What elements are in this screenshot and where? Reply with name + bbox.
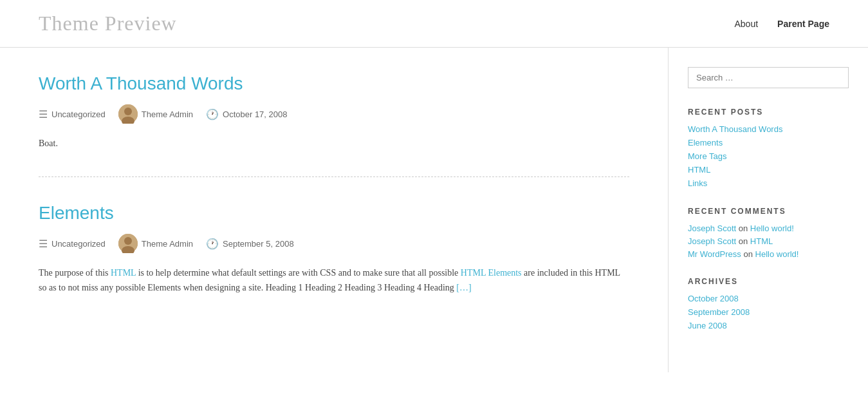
archives-heading: ARCHIVES bbox=[688, 277, 849, 286]
svg-point-4 bbox=[124, 237, 132, 245]
comment-on: on bbox=[739, 224, 750, 233]
recent-posts-heading: RECENT POSTS bbox=[688, 108, 849, 117]
search-input[interactable] bbox=[688, 67, 849, 88]
post-author: Theme Admin bbox=[118, 234, 193, 253]
post-title: Worth A Thousand Words bbox=[39, 73, 629, 94]
page-wrap: Worth A Thousand Words ☰ Uncategorized bbox=[0, 48, 868, 372]
comment-post-link[interactable]: Hello world! bbox=[755, 249, 799, 259]
post-item: Worth A Thousand Words ☰ Uncategorized bbox=[39, 73, 629, 177]
list-item: September 2008 bbox=[688, 307, 849, 318]
comment-author-link[interactable]: Joseph Scott bbox=[688, 224, 736, 233]
comment-post-link[interactable]: HTML bbox=[750, 236, 773, 246]
recent-post-link[interactable]: Worth A Thousand Words bbox=[688, 124, 782, 134]
clock-icon: 🕐 bbox=[206, 238, 219, 250]
avatar bbox=[118, 104, 138, 124]
post-category: ☰ Uncategorized bbox=[39, 108, 106, 120]
recent-posts-list: Worth A Thousand Words Elements More Tag… bbox=[688, 124, 849, 189]
list-item: Links bbox=[688, 178, 849, 189]
comment-entry: Mr WordPress on Hello world! bbox=[688, 249, 849, 259]
recent-comments-section: RECENT COMMENTS Joseph Scott on Hello wo… bbox=[688, 207, 849, 259]
clock-icon: 🕐 bbox=[206, 108, 219, 120]
list-item: Elements bbox=[688, 138, 849, 148]
author-name: Theme Admin bbox=[142, 239, 193, 249]
post-excerpt: Boat. bbox=[39, 137, 629, 151]
category-icon: ☰ bbox=[39, 238, 48, 250]
post-title-link[interactable]: Worth A Thousand Words bbox=[39, 73, 243, 93]
comment-entry: Joseph Scott on HTML bbox=[688, 236, 849, 246]
archive-link[interactable]: September 2008 bbox=[688, 307, 750, 317]
list-item: June 2008 bbox=[688, 321, 849, 331]
recent-posts-section: RECENT POSTS Worth A Thousand Words Elem… bbox=[688, 108, 849, 189]
site-nav: About Parent Page bbox=[734, 19, 829, 29]
comment-author-link[interactable]: Joseph Scott bbox=[688, 236, 736, 246]
date-label: October 17, 2008 bbox=[223, 110, 287, 119]
nav-about[interactable]: About bbox=[734, 19, 758, 29]
post-author: Theme Admin bbox=[118, 104, 193, 124]
post-excerpt: The purpose of this HTML is to help dete… bbox=[39, 266, 629, 295]
archives-list: October 2008 September 2008 June 2008 bbox=[688, 294, 849, 331]
excerpt-text: The purpose of this HTML is to help dete… bbox=[39, 268, 620, 292]
comment-post-link[interactable]: Hello world! bbox=[750, 224, 794, 233]
excerpt-html-link2[interactable]: HTML Elements bbox=[461, 268, 522, 278]
list-item: October 2008 bbox=[688, 294, 849, 304]
recent-post-link[interactable]: More Tags bbox=[688, 151, 726, 161]
list-item: More Tags bbox=[688, 151, 849, 162]
category-label: Uncategorized bbox=[51, 239, 106, 249]
post-meta: ☰ Uncategorized Theme Admin 🕐 bbox=[39, 104, 629, 124]
list-item: HTML bbox=[688, 165, 849, 175]
svg-point-1 bbox=[124, 108, 132, 115]
post-date: 🕐 September 5, 2008 bbox=[206, 238, 294, 250]
comment-on: on bbox=[743, 249, 755, 259]
recent-post-link[interactable]: HTML bbox=[688, 165, 710, 175]
comment-entry: Joseph Scott on Hello world! bbox=[688, 224, 849, 233]
archives-section: ARCHIVES October 2008 September 2008 Jun… bbox=[688, 277, 849, 331]
comment-on: on bbox=[739, 236, 750, 246]
post-title-link[interactable]: Elements bbox=[39, 203, 114, 223]
post-item: Elements ☰ Uncategorized Theme Admin bbox=[39, 203, 629, 321]
read-more-link[interactable]: […] bbox=[456, 283, 471, 292]
nav-parent-page[interactable]: Parent Page bbox=[777, 19, 829, 29]
comment-author-link[interactable]: Mr WordPress bbox=[688, 249, 741, 259]
site-title: Theme Preview bbox=[39, 12, 177, 35]
archive-link[interactable]: June 2008 bbox=[688, 321, 727, 330]
recent-post-link[interactable]: Elements bbox=[688, 138, 723, 148]
post-date: 🕐 October 17, 2008 bbox=[206, 108, 287, 120]
recent-comments-heading: RECENT COMMENTS bbox=[688, 207, 849, 216]
author-name: Theme Admin bbox=[142, 110, 193, 119]
date-label: September 5, 2008 bbox=[223, 239, 294, 249]
category-icon: ☰ bbox=[39, 108, 48, 120]
list-item: Worth A Thousand Words bbox=[688, 124, 849, 135]
recent-post-link[interactable]: Links bbox=[688, 178, 707, 188]
sidebar: RECENT POSTS Worth A Thousand Words Elem… bbox=[669, 48, 868, 372]
excerpt-html-link[interactable]: HTML bbox=[111, 268, 136, 278]
archive-link[interactable]: October 2008 bbox=[688, 294, 739, 303]
post-meta: ☰ Uncategorized Theme Admin 🕐 bbox=[39, 234, 629, 253]
post-category: ☰ Uncategorized bbox=[39, 238, 106, 250]
site-header: Theme Preview About Parent Page bbox=[0, 0, 868, 48]
category-label: Uncategorized bbox=[51, 110, 106, 119]
post-title: Elements bbox=[39, 203, 629, 224]
avatar bbox=[118, 234, 138, 253]
main-content: Worth A Thousand Words ☰ Uncategorized bbox=[0, 48, 669, 372]
